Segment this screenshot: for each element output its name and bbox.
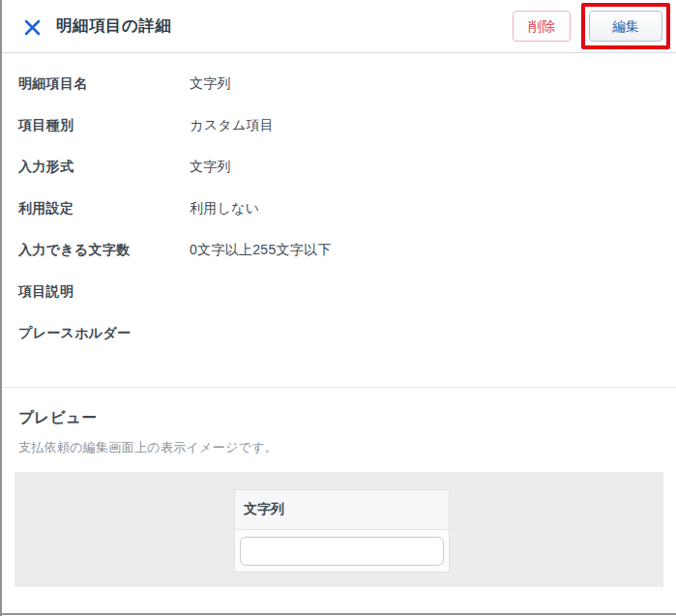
row-label: 項目説明 — [18, 283, 190, 301]
row-label: 利用設定 — [18, 200, 190, 218]
row-label: 入力できる文字数 — [18, 242, 190, 259]
row-value: 文字列 — [190, 75, 231, 93]
preview-canvas: 文字列 — [15, 472, 663, 587]
bottom-edge-line — [2, 613, 676, 615]
preview-description: 支払依頼の編集画面上の表示イメージです。 — [18, 439, 660, 456]
delete-button[interactable]: 削除 — [513, 11, 571, 42]
preview-field-body — [235, 530, 449, 566]
row-label: 項目種別 — [18, 117, 190, 134]
close-icon — [24, 19, 41, 36]
row-label: 入力形式 — [18, 159, 190, 176]
row-value: 文字列 — [190, 159, 231, 176]
close-button[interactable] — [20, 15, 44, 39]
row-label: 明細項目名 — [18, 75, 190, 93]
detail-row-item-description: 項目説明 — [18, 271, 676, 312]
preview-section: プレビュー 支払依頼の編集画面上の表示イメージです。 文字列 — [2, 388, 676, 587]
detail-row-item-name: 明細項目名 文字列 — [18, 63, 676, 104]
detail-row-item-type: 項目種別 カスタム項目 — [18, 104, 676, 146]
detail-row-char-limit: 入力できる文字数 0文字以上255文字以下 — [18, 229, 676, 271]
row-label: プレースホルダー — [18, 325, 190, 342]
detail-row-input-format: 入力形式 文字列 — [18, 146, 676, 188]
detail-item-panel: 明細項目の詳細 削除 編集 明細項目名 文字列 項目種別 カスタム項目 入力形式… — [0, 0, 676, 616]
preview-text-input[interactable] — [240, 537, 444, 566]
preview-heading: プレビュー — [18, 408, 660, 428]
row-value: 0文字以上255文字以下 — [190, 242, 332, 259]
detail-rows: 明細項目名 文字列 項目種別 カスタム項目 入力形式 文字列 利用設定 利用しな… — [2, 53, 676, 354]
annotation-highlight-box: 編集 — [581, 3, 670, 49]
detail-row-usage-setting: 利用設定 利用しない — [18, 188, 676, 229]
preview-field-card: 文字列 — [234, 489, 450, 572]
page-title: 明細項目の詳細 — [56, 15, 171, 37]
row-value: 利用しない — [190, 200, 259, 218]
row-value: カスタム項目 — [190, 117, 274, 134]
preview-field-label: 文字列 — [235, 490, 449, 530]
panel-header: 明細項目の詳細 削除 編集 — [2, 0, 676, 53]
edit-button[interactable]: 編集 — [589, 11, 662, 42]
detail-row-placeholder: プレースホルダー — [18, 312, 676, 354]
